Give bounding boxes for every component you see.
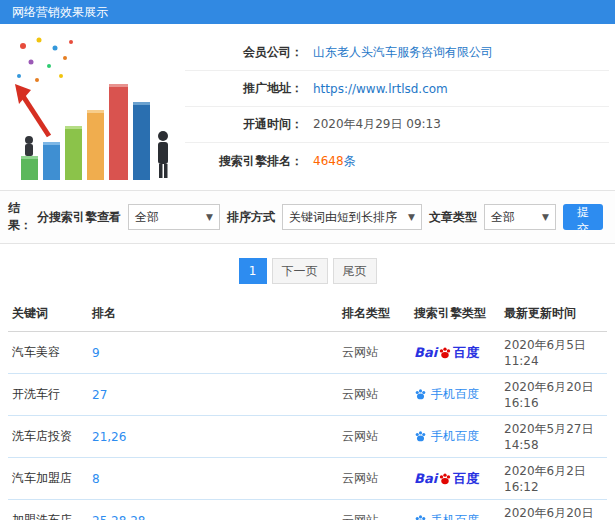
table-row: 汽车美容 9 云网站 Bai 百度 2020年6月5日 11:24 [8, 332, 607, 374]
mobile-baidu-logo: 手机百度 [414, 386, 479, 403]
engine-rank-label: 搜索引擎排名： [185, 153, 303, 170]
mobile-baidu-paw-icon [414, 430, 427, 443]
table-row: 汽车加盟店 8 云网站 Bai 百度 2020年6月2日 16:12 [8, 458, 607, 500]
updated-cell: 2020年6月2日 16:12 [500, 458, 607, 500]
rank-cell: 27 [88, 374, 338, 416]
page-title: 网络营销效果展示 [12, 5, 108, 19]
table-row: 加盟洗车店 25,28,28 云网站 手机百度 2020年6月20日 16:11 [8, 500, 607, 520]
header-rank-type: 排名类型 [338, 296, 410, 332]
header-engine: 搜索引擎类型 [410, 296, 500, 332]
keyword-cell: 汽车加盟店 [8, 458, 88, 500]
header-keyword: 关键词 [8, 296, 88, 332]
article-type-label: 文章类型 [429, 209, 477, 226]
baidu-paw-icon [438, 472, 452, 486]
page-1-button[interactable]: 1 [239, 258, 267, 284]
results-filter-bar: 结果： 分搜索引擎查看 全部 ▼ 排序方式 关键词由短到长排序 ▼ 文章类型 全… [0, 190, 615, 244]
results-section-label: 结果： [8, 200, 37, 234]
engine-rank-value: 4648条 [313, 153, 356, 170]
open-time-value: 2020年4月29日 09:13 [313, 116, 441, 133]
info-row-engine-rank: 搜索引擎排名： 4648条 [185, 143, 609, 179]
rank-cell: 9 [88, 332, 338, 374]
member-info-list: 会员公司： 山东老人头汽车服务咨询有限公司 推广地址： https://www.… [185, 35, 615, 179]
info-row-url: 推广地址： https://www.lrtlsd.com [185, 71, 609, 107]
keyword-cell: 加盟洗车店 [8, 500, 88, 520]
rank-type-cell: 云网站 [338, 458, 410, 500]
table-row: 开洗车行 27 云网站 手机百度 2020年6月20日 16:16 [8, 374, 607, 416]
rank-type-cell: 云网站 [338, 416, 410, 458]
sort-select[interactable]: 关键词由短到长排序 ▼ [282, 204, 422, 230]
info-row-company: 会员公司： 山东老人头汽车服务咨询有限公司 [185, 35, 609, 71]
baidu-logo: Bai 百度 [414, 470, 479, 488]
rank-type-cell: 云网站 [338, 374, 410, 416]
growth-chart-illustration [0, 32, 185, 182]
updated-cell: 2020年6月20日 16:16 [500, 374, 607, 416]
engine-cell: 手机百度 [410, 416, 500, 458]
company-link[interactable]: 山东老人头汽车服务咨询有限公司 [313, 44, 493, 61]
rank-type-cell: 云网站 [338, 332, 410, 374]
company-label: 会员公司： [185, 44, 303, 61]
pagination: 1 下一页 尾页 [0, 258, 615, 284]
rank-cell: 21,26 [88, 416, 338, 458]
promo-url-label: 推广地址： [185, 80, 303, 97]
mobile-baidu-logo: 手机百度 [414, 428, 479, 445]
table-header-row: 关键词 排名 排名类型 搜索引擎类型 最新更新时间 [8, 296, 607, 332]
rank-count: 4648 [313, 154, 344, 168]
header-rank: 排名 [88, 296, 338, 332]
table-row: 洗车店投资 21,26 云网站 手机百度 2020年5月27日 14:58 [8, 416, 607, 458]
engine-filter-value: 全部 [135, 209, 159, 226]
keyword-rank-table: 关键词 排名 排名类型 搜索引擎类型 最新更新时间 汽车美容 9 云网站 Bai… [8, 296, 607, 520]
engine-cell: 手机百度 [410, 500, 500, 520]
chevron-down-icon: ▼ [408, 212, 415, 222]
engine-cell: 手机百度 [410, 374, 500, 416]
chevron-down-icon: ▼ [542, 212, 549, 222]
sort-value: 关键词由短到长排序 [289, 209, 397, 226]
updated-cell: 2020年6月5日 11:24 [500, 332, 607, 374]
mobile-baidu-logo: 手机百度 [414, 512, 479, 520]
engine-cell: Bai 百度 [410, 332, 500, 374]
updated-cell: 2020年5月27日 14:58 [500, 416, 607, 458]
article-type-value: 全部 [491, 209, 515, 226]
promo-url-link[interactable]: https://www.lrtlsd.com [313, 82, 448, 96]
baidu-logo: Bai 百度 [414, 344, 479, 362]
info-row-open-time: 开通时间： 2020年4月29日 09:13 [185, 107, 609, 143]
last-page-button[interactable]: 尾页 [333, 258, 377, 284]
submit-button[interactable]: 提交 [563, 204, 603, 230]
rank-cell: 25,28,28 [88, 500, 338, 520]
filter-controls: 分搜索引擎查看 全部 ▼ 排序方式 关键词由短到长排序 ▼ 文章类型 全部 ▼ … [37, 204, 607, 230]
rank-unit: 条 [344, 154, 356, 168]
header-updated: 最新更新时间 [500, 296, 607, 332]
rank-cell: 8 [88, 458, 338, 500]
engine-filter-label: 分搜索引擎查看 [37, 209, 121, 226]
baidu-paw-icon [438, 346, 452, 360]
keyword-cell: 洗车店投资 [8, 416, 88, 458]
engine-filter-select[interactable]: 全部 ▼ [128, 204, 220, 230]
page-title-bar: 网络营销效果展示 [0, 0, 615, 24]
updated-cell: 2020年6月20日 16:11 [500, 500, 607, 520]
keyword-cell: 开洗车行 [8, 374, 88, 416]
member-info-section: 会员公司： 山东老人头汽车服务咨询有限公司 推广地址： https://www.… [0, 24, 615, 190]
engine-cell: Bai 百度 [410, 458, 500, 500]
open-time-label: 开通时间： [185, 116, 303, 133]
keyword-cell: 汽车美容 [8, 332, 88, 374]
mobile-baidu-paw-icon [414, 514, 427, 520]
next-page-button[interactable]: 下一页 [272, 258, 328, 284]
chevron-down-icon: ▼ [206, 212, 213, 222]
sort-label: 排序方式 [227, 209, 275, 226]
mobile-baidu-paw-icon [414, 388, 427, 401]
rank-type-cell: 云网站 [338, 500, 410, 520]
bar-chart-graphic [9, 32, 177, 182]
article-type-select[interactable]: 全部 ▼ [484, 204, 556, 230]
